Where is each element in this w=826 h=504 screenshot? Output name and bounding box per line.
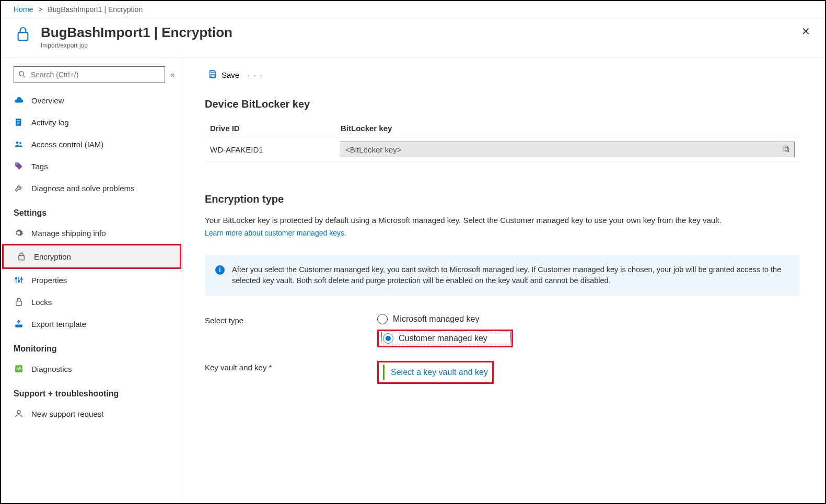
row-select-type: Select type Microsoft managed key Custom… <box>205 314 800 347</box>
svg-point-1 <box>19 71 24 76</box>
diagnostics-icon <box>14 364 24 374</box>
col-bitlocker-key: BitLocker key <box>335 120 800 137</box>
sidebar-item-locks[interactable]: Locks <box>1 291 182 313</box>
save-button[interactable]: Save <box>205 67 242 83</box>
sidebar-section-monitoring: Monitoring <box>1 335 182 358</box>
bitlocker-key-value: <BitLocker key> <box>345 145 402 154</box>
svg-point-16 <box>21 278 22 280</box>
label-select-type: Select type <box>205 314 377 325</box>
sidebar-item-label: New support request <box>31 409 103 418</box>
lock-icon <box>16 251 27 262</box>
radio-microsoft-key[interactable]: Microsoft managed key <box>377 314 513 324</box>
section-bitlocker-heading: Device BitLocker key <box>205 98 800 110</box>
radio-label: Customer managed key <box>399 334 487 343</box>
table-row: WD-AFAKEID1 <BitLocker key> <box>205 137 800 162</box>
svg-rect-10 <box>19 256 25 260</box>
svg-rect-18 <box>15 325 22 327</box>
sidebar-item-encryption[interactable]: Encryption <box>4 245 180 267</box>
sidebar-item-properties[interactable]: Properties <box>1 269 182 291</box>
radio-icon <box>377 314 388 324</box>
sidebar-item-label: Access control (IAM) <box>31 140 103 149</box>
radio-icon <box>383 333 393 344</box>
sidebar-item-tags[interactable]: Tags <box>1 155 182 177</box>
people-icon <box>14 139 24 149</box>
sidebar-item-overview[interactable]: Overview <box>1 89 182 111</box>
gear-icon <box>14 228 24 238</box>
collapse-sidebar-button[interactable]: « <box>170 71 172 79</box>
log-icon <box>14 117 24 127</box>
svg-point-20 <box>17 411 20 414</box>
radio-group-key-type: Microsoft managed key Customer managed k… <box>377 314 513 347</box>
svg-point-14 <box>15 278 17 279</box>
sidebar-item-label: Export template <box>31 320 86 329</box>
search-input[interactable] <box>30 70 160 79</box>
main-content: Save · · · Device BitLocker key Drive ID… <box>183 58 825 504</box>
close-button[interactable]: ✕ <box>798 25 813 38</box>
svg-rect-24 <box>784 146 787 150</box>
cell-drive-id: WD-AFAKEID1 <box>205 137 335 162</box>
svg-point-9 <box>16 163 17 165</box>
sidebar: « Overview Activity log Access control (… <box>1 58 183 504</box>
sidebar-item-support-request[interactable]: New support request <box>1 403 182 425</box>
sliders-icon <box>14 275 24 285</box>
svg-point-15 <box>18 280 20 282</box>
svg-rect-19 <box>15 365 22 372</box>
svg-rect-6 <box>17 123 19 124</box>
breadcrumb-current: BugBashImport1 | Encryption <box>48 5 143 14</box>
svg-line-2 <box>24 75 26 77</box>
sidebar-item-label: Encryption <box>34 252 71 261</box>
more-button[interactable]: · · · <box>248 71 263 79</box>
chevron-right-icon: > <box>38 5 42 14</box>
sidebar-item-activity-log[interactable]: Activity log <box>1 111 182 133</box>
info-text: After you select the Customer mananged k… <box>232 264 789 287</box>
svg-point-7 <box>16 142 19 144</box>
svg-rect-4 <box>17 120 20 121</box>
sidebar-item-export-template[interactable]: Export template <box>1 313 182 335</box>
sidebar-item-label: Diagnose and solve problems <box>31 184 135 193</box>
lock-icon <box>14 297 24 307</box>
sidebar-item-label: Diagnostics <box>31 365 72 373</box>
sidebar-item-label: Overview <box>31 96 64 105</box>
search-box[interactable] <box>14 66 165 83</box>
toolbar: Save · · · <box>205 67 800 83</box>
sidebar-item-diagnostics[interactable]: Diagnostics <box>1 358 182 380</box>
breadcrumb: Home > BugBashImport1 | Encryption <box>1 1 825 18</box>
radio-customer-key[interactable]: Customer managed key <box>382 332 510 345</box>
breadcrumb-home[interactable]: Home <box>14 5 33 14</box>
page-subtitle: Import/export job <box>41 42 232 49</box>
svg-rect-17 <box>16 301 22 306</box>
bitlocker-key-box[interactable]: <BitLocker key> <box>341 142 795 157</box>
sidebar-section-settings: Settings <box>1 199 182 222</box>
svg-rect-23 <box>785 147 789 151</box>
info-icon: i <box>215 265 225 275</box>
sidebar-item-label: Tags <box>31 162 48 171</box>
sidebar-item-diagnose[interactable]: Diagnose and solve problems <box>1 177 182 199</box>
save-label: Save <box>222 71 239 79</box>
bitlocker-table: Drive ID BitLocker key WD-AFAKEID1 <BitL… <box>205 120 800 162</box>
copy-icon[interactable] <box>783 145 790 154</box>
save-icon <box>208 69 217 80</box>
section-encryption-heading: Encryption type <box>205 193 800 205</box>
encryption-description: Your BitLocker key is protected by defau… <box>205 215 800 227</box>
sidebar-item-shipping[interactable]: Manage shipping info <box>1 222 182 244</box>
sidebar-item-label: Manage shipping info <box>31 229 106 238</box>
sidebar-section-support: Support + troubleshooting <box>1 380 182 403</box>
col-drive-id: Drive ID <box>205 120 335 137</box>
page-header: BugBashImport1 | Encryption Import/expor… <box>1 18 825 58</box>
info-box: i After you select the Customer mananged… <box>205 255 800 297</box>
svg-point-8 <box>19 142 21 144</box>
svg-rect-5 <box>17 122 20 122</box>
svg-rect-22 <box>211 75 214 78</box>
tag-icon <box>14 161 24 171</box>
close-icon: ✕ <box>801 26 810 37</box>
sidebar-item-access-control[interactable]: Access control (IAM) <box>1 133 182 155</box>
label-key-vault: Key vault and key* <box>205 361 377 372</box>
select-key-vault-link[interactable]: Select a key vault and key <box>391 368 488 377</box>
cloud-icon <box>14 95 24 106</box>
export-icon <box>14 319 24 329</box>
radio-label: Microsoft managed key <box>393 314 479 324</box>
learn-more-link[interactable]: Learn more about customer managed keys. <box>205 229 346 237</box>
lock-icon <box>14 25 32 43</box>
search-icon <box>18 71 26 79</box>
required-indicator: * <box>269 363 272 372</box>
